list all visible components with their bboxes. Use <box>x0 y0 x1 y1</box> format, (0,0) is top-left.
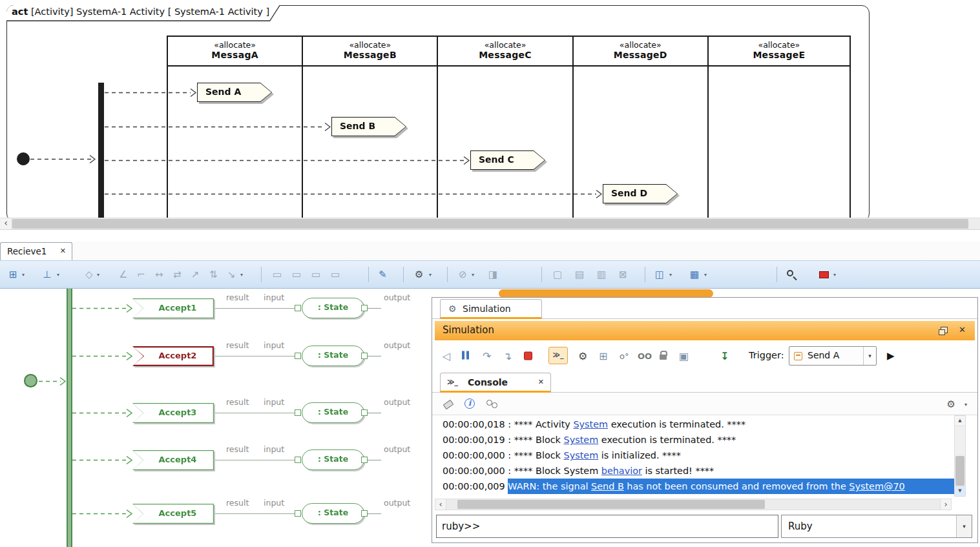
state-action-4[interactable]: : State <box>302 449 364 470</box>
tab-simulation[interactable]: ⚙ Simulation <box>440 299 542 319</box>
path-style-icon[interactable]: ◇ <box>85 269 93 280</box>
accept-event-action-3[interactable]: Accept3 <box>132 403 214 423</box>
state-action-5[interactable]: : State <box>302 503 364 524</box>
color-swatch-icon[interactable] <box>819 271 829 278</box>
scroll-right-button[interactable]: › <box>940 499 951 510</box>
console-output[interactable]: 00:00:00,018 : **** Activity System exec… <box>433 415 955 497</box>
stop-icon[interactable] <box>524 352 532 360</box>
dropdown-caret-icon[interactable]: ▾ <box>704 272 707 278</box>
chevron-down-icon[interactable]: ▾ <box>863 347 876 365</box>
refresh-icon[interactable]: ◨ <box>488 269 497 280</box>
chevron-down-icon[interactable]: ▾ <box>956 515 972 537</box>
swap-link-ends-icon[interactable]: ⇄ <box>173 269 182 280</box>
accept-event-action-4[interactable]: Accept4 <box>132 450 214 470</box>
close-icon[interactable]: ✕ <box>538 378 544 386</box>
input-pin[interactable] <box>295 510 301 517</box>
output-pin[interactable] <box>361 510 368 517</box>
accept-event-action-1[interactable]: Accept1 <box>132 298 214 318</box>
zoom-icon[interactable] <box>787 270 793 276</box>
scrollbar-thumb[interactable] <box>12 219 968 229</box>
language-select[interactable]: Ruby ▾ <box>781 515 972 538</box>
diagram-tree-icon[interactable]: ⊞ <box>9 269 17 280</box>
link-send-b[interactable]: Send B <box>591 481 624 491</box>
input-pin[interactable] <box>295 353 301 359</box>
initial-node[interactable] <box>17 152 30 165</box>
layout-icon[interactable]: ⊥ <box>43 269 51 280</box>
link-behavior[interactable]: behavior <box>601 466 642 476</box>
step-over-icon[interactable]: ↷ <box>483 350 491 362</box>
breakpoints-icon[interactable]: o° <box>620 351 629 361</box>
state-action-3[interactable]: : State <box>302 402 364 423</box>
output-pin[interactable] <box>361 353 368 359</box>
align-left-icon[interactable]: ▭ <box>273 269 282 280</box>
input-pin[interactable] <box>295 305 301 311</box>
link-system[interactable]: System <box>573 419 608 429</box>
output-pin[interactable] <box>361 457 368 463</box>
accept-event-action-5[interactable]: Accept5 <box>132 504 214 524</box>
accept-event-action-2[interactable]: Accept2 <box>132 346 214 366</box>
play-icon[interactable]: ▶ <box>887 350 895 362</box>
edit-note-icon[interactable]: ✎ <box>379 269 387 280</box>
dropdown-caret-icon[interactable]: ▾ <box>240 272 243 278</box>
link-system[interactable]: System <box>564 435 599 445</box>
align-center-icon[interactable]: ▭ <box>292 269 301 280</box>
route-options-icon[interactable]: ↘ <box>227 269 236 280</box>
dropdown-caret-icon[interactable]: ▾ <box>833 272 836 278</box>
distribute-icon[interactable]: ▭ <box>331 269 340 280</box>
window-split-icon[interactable]: ◫ <box>655 269 664 280</box>
rectilinear-path-icon[interactable]: ⌐ <box>137 269 145 280</box>
table-view-icon[interactable]: ▦ <box>690 269 699 280</box>
trigger-select[interactable]: Send A ▾ <box>789 346 877 366</box>
scrollbar-thumb[interactable] <box>955 456 964 486</box>
dropdown-caret-icon[interactable]: ▾ <box>472 272 474 278</box>
tab-recieve1[interactable]: Recieve1 ✕ <box>0 242 72 260</box>
snapshot-icon[interactable]: ▣ <box>679 350 689 362</box>
dropdown-caret-icon[interactable]: ▾ <box>429 272 432 278</box>
send-signal-action-c[interactable]: Send C <box>470 150 545 170</box>
scroll-left-button[interactable]: ‹ <box>435 499 446 510</box>
simulation-header-bar[interactable]: Simulation ✕ <box>435 321 975 340</box>
state-action-2[interactable]: : State <box>302 346 364 366</box>
pause-icon[interactable] <box>462 350 471 362</box>
float-window-icon[interactable] <box>941 327 948 333</box>
align-right-icon[interactable]: ▭ <box>311 269 320 280</box>
send-signal-action-d[interactable]: Send D <box>603 184 678 203</box>
output-pin[interactable] <box>361 409 368 416</box>
copy-icon[interactable]: ▢ <box>553 269 562 280</box>
link-system[interactable]: System <box>564 450 599 460</box>
clear-console-icon[interactable] <box>443 400 454 409</box>
path-angle-icon[interactable]: ∠ <box>119 269 127 280</box>
show-hide-icon[interactable]: ⊘ <box>459 269 467 280</box>
input-pin[interactable] <box>295 457 301 463</box>
filter-icon[interactable] <box>486 400 499 409</box>
info-icon[interactable]: i <box>464 398 475 409</box>
clipboard-icon[interactable]: ▤ <box>575 269 584 280</box>
input-pin[interactable] <box>295 409 301 416</box>
state-action-1[interactable]: : State <box>302 298 364 318</box>
dropdown-caret-icon[interactable]: ▾ <box>57 272 59 278</box>
console-options-gear-icon[interactable]: ⚙ <box>947 398 955 410</box>
path-direction-icon[interactable]: ↗ <box>191 269 200 280</box>
debug-tree-icon[interactable]: ⊞ <box>599 350 607 362</box>
lock-icon[interactable] <box>660 355 667 360</box>
delete-icon[interactable]: ⊠ <box>619 269 627 280</box>
animation-icon[interactable]: OO <box>638 351 652 361</box>
paste-special-icon[interactable]: ▥ <box>597 269 606 280</box>
close-icon[interactable]: ✕ <box>959 325 966 335</box>
step-into-icon[interactable]: ↴ <box>503 350 512 362</box>
scroll-up-button[interactable]: ▲ <box>955 416 965 426</box>
scroll-down-button[interactable]: ▼ <box>955 486 965 496</box>
dropdown-caret-icon[interactable]: ▾ <box>22 272 25 278</box>
fork-node[interactable] <box>98 83 104 218</box>
scroll-left-button[interactable]: ‹ <box>0 218 12 229</box>
close-icon[interactable]: ✕ <box>60 247 66 255</box>
reset-paths-icon[interactable]: ⇅ <box>209 269 218 280</box>
dropdown-caret-icon[interactable]: ▾ <box>97 272 99 278</box>
console-prompt-input[interactable] <box>436 515 778 538</box>
output-pin[interactable] <box>361 305 368 311</box>
link-system-instance[interactable]: System@70 <box>849 481 904 491</box>
send-signal-action-b[interactable]: Send B <box>331 117 406 136</box>
oblique-path-icon[interactable]: ↔ <box>155 269 163 280</box>
scrollbar-thumb[interactable] <box>457 500 765 509</box>
settings-gear-icon[interactable]: ⚙ <box>578 350 587 362</box>
